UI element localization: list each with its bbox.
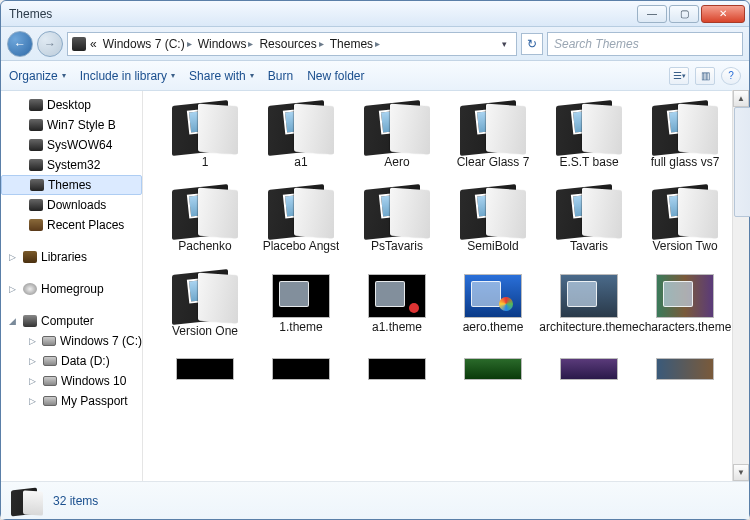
command-bar: Organize▾ Include in library▾ Share with… bbox=[1, 61, 749, 91]
folder-icon bbox=[652, 183, 718, 237]
folder-icon bbox=[364, 183, 430, 237]
tree-homegroup[interactable]: ▷Homegroup bbox=[1, 279, 142, 299]
list-item[interactable]: a1 bbox=[257, 99, 345, 169]
list-item[interactable]: PsTavaris bbox=[353, 183, 441, 253]
item-label: Tavaris bbox=[570, 239, 608, 253]
folder-icon bbox=[172, 99, 238, 153]
tree-drive-c[interactable]: ▷Windows 7 (C:) bbox=[1, 331, 142, 351]
theme-icon bbox=[656, 358, 714, 380]
tree-syswow64[interactable]: SysWOW64 bbox=[1, 135, 142, 155]
list-item[interactable]: characters.theme bbox=[641, 268, 729, 338]
list-item[interactable]: full glass vs7 bbox=[641, 99, 729, 169]
list-item[interactable]: Tavaris bbox=[545, 183, 633, 253]
address-bar[interactable]: « Windows 7 (C:)▸ Windows▸ Resources▸ Th… bbox=[67, 32, 517, 56]
newfolder-button[interactable]: New folder bbox=[307, 69, 364, 83]
list-item[interactable] bbox=[449, 352, 537, 380]
forward-button[interactable]: → bbox=[37, 31, 63, 57]
organize-menu[interactable]: Organize▾ bbox=[9, 69, 66, 83]
tree-computer[interactable]: ◢Computer bbox=[1, 311, 142, 331]
tree-drive-win10[interactable]: ▷Windows 10 bbox=[1, 371, 142, 391]
item-label: PsTavaris bbox=[371, 239, 423, 253]
refresh-button[interactable]: ↻ bbox=[521, 33, 543, 55]
breadcrumb-3[interactable]: Themes▸ bbox=[328, 37, 382, 51]
item-label: a1.theme bbox=[372, 320, 422, 334]
scroll-down-button[interactable]: ▼ bbox=[733, 464, 749, 481]
list-item[interactable]: Pachenko bbox=[161, 183, 249, 253]
scroll-thumb[interactable] bbox=[734, 107, 750, 217]
list-item[interactable] bbox=[161, 352, 249, 380]
maximize-button[interactable]: ▢ bbox=[669, 5, 699, 23]
view-options-button[interactable]: ☰▾ bbox=[669, 67, 689, 85]
burn-button[interactable]: Burn bbox=[268, 69, 293, 83]
tree-drive-passport[interactable]: ▷My Passport bbox=[1, 391, 142, 411]
tree-win7styleb[interactable]: Win7 Style B bbox=[1, 115, 142, 135]
folder-icon bbox=[556, 99, 622, 153]
breadcrumb-0[interactable]: Windows 7 (C:)▸ bbox=[101, 37, 194, 51]
item-label: characters.theme bbox=[639, 320, 732, 334]
tree-downloads[interactable]: Downloads bbox=[1, 195, 142, 215]
tree-system32[interactable]: System32 bbox=[1, 155, 142, 175]
breadcrumb-overflow[interactable]: « bbox=[88, 37, 99, 51]
theme-icon bbox=[560, 358, 618, 380]
theme-icon bbox=[464, 358, 522, 380]
theme-icon bbox=[272, 358, 330, 380]
list-item[interactable] bbox=[545, 352, 633, 380]
list-item[interactable]: a1.theme bbox=[353, 268, 441, 338]
item-label: Pachenko bbox=[178, 239, 231, 253]
window-title: Themes bbox=[9, 7, 635, 21]
list-item[interactable] bbox=[257, 352, 345, 380]
list-item[interactable]: Aero bbox=[353, 99, 441, 169]
theme-icon bbox=[176, 358, 234, 380]
folder-icon bbox=[172, 268, 238, 322]
scroll-up-button[interactable]: ▲ bbox=[733, 90, 749, 107]
list-item[interactable]: E.S.T base bbox=[545, 99, 633, 169]
breadcrumb-2[interactable]: Resources▸ bbox=[257, 37, 325, 51]
search-box[interactable] bbox=[547, 32, 743, 56]
item-label: 1 bbox=[202, 155, 209, 169]
item-count: 32 items bbox=[53, 494, 98, 508]
folder-icon bbox=[652, 99, 718, 153]
titlebar[interactable]: Themes — ▢ ✕ bbox=[1, 1, 749, 27]
address-dropdown[interactable]: ▾ bbox=[496, 39, 512, 49]
explorer-window: Themes — ▢ ✕ ← → « Windows 7 (C:)▸ Windo… bbox=[0, 0, 750, 520]
list-item[interactable]: SemiBold bbox=[449, 183, 537, 253]
list-item[interactable] bbox=[641, 352, 729, 380]
theme-icon bbox=[368, 274, 426, 318]
list-item[interactable]: aero.theme bbox=[449, 268, 537, 338]
tree-recent[interactable]: Recent Places bbox=[1, 215, 142, 235]
items-view[interactable]: 1a1AeroClear Glass 7E.S.T basefull glass… bbox=[143, 91, 749, 481]
theme-icon bbox=[272, 274, 330, 318]
folder-icon bbox=[460, 183, 526, 237]
minimize-button[interactable]: — bbox=[637, 5, 667, 23]
list-item[interactable]: Clear Glass 7 bbox=[449, 99, 537, 169]
item-label: aero.theme bbox=[463, 320, 524, 334]
list-item[interactable]: 1 bbox=[161, 99, 249, 169]
list-item[interactable]: architecture.theme bbox=[545, 268, 633, 338]
tree-libraries[interactable]: ▷Libraries bbox=[1, 247, 142, 267]
help-button[interactable]: ? bbox=[721, 67, 741, 85]
vertical-scrollbar[interactable]: ▲ ▼ bbox=[732, 90, 749, 481]
folder-icon bbox=[364, 99, 430, 153]
folder-icon bbox=[172, 183, 238, 237]
list-item[interactable]: Placebo Angst bbox=[257, 183, 345, 253]
search-input[interactable] bbox=[554, 37, 736, 51]
tree-drive-d[interactable]: ▷Data (D:) bbox=[1, 351, 142, 371]
tree-desktop[interactable]: Desktop bbox=[1, 95, 142, 115]
theme-icon bbox=[560, 274, 618, 318]
list-item[interactable]: Version One bbox=[161, 268, 249, 338]
list-item[interactable] bbox=[353, 352, 441, 380]
breadcrumb-1[interactable]: Windows▸ bbox=[196, 37, 256, 51]
include-menu[interactable]: Include in library▾ bbox=[80, 69, 175, 83]
scroll-track[interactable] bbox=[733, 107, 749, 464]
item-label: Aero bbox=[384, 155, 409, 169]
theme-icon bbox=[464, 274, 522, 318]
preview-pane-button[interactable]: ▥ bbox=[695, 67, 715, 85]
close-button[interactable]: ✕ bbox=[701, 5, 745, 23]
share-menu[interactable]: Share with▾ bbox=[189, 69, 254, 83]
list-item[interactable]: Version Two bbox=[641, 183, 729, 253]
list-item[interactable]: 1.theme bbox=[257, 268, 345, 338]
back-button[interactable]: ← bbox=[7, 31, 33, 57]
tree-themes[interactable]: Themes bbox=[1, 175, 142, 195]
item-label: Clear Glass 7 bbox=[457, 155, 530, 169]
window-controls: — ▢ ✕ bbox=[635, 5, 749, 23]
